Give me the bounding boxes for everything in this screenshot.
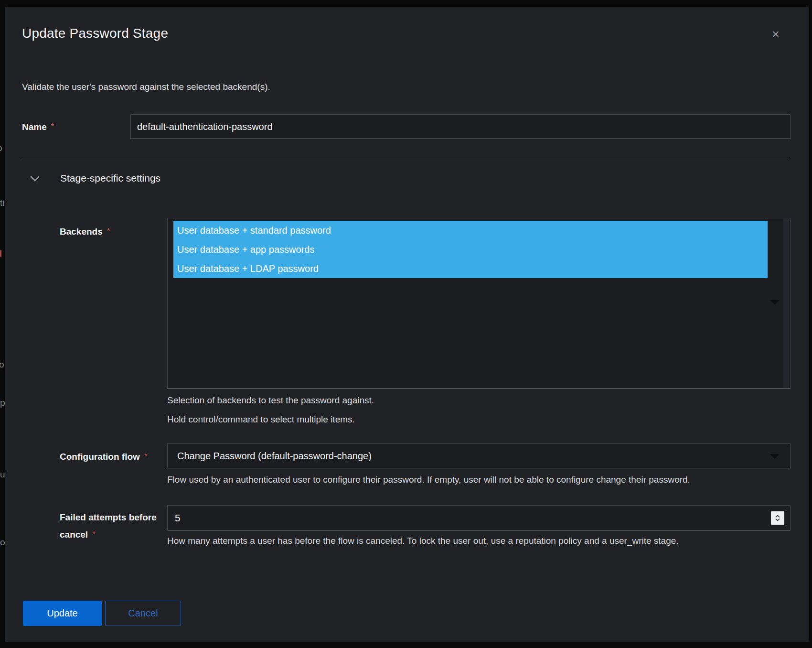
configuration-flow-label: Configuration flow* <box>60 449 147 464</box>
background-accent-fragment <box>0 250 1 257</box>
section-header-label: Stage-specific settings <box>60 173 160 184</box>
backends-option-selected[interactable]: User database + LDAP password <box>173 259 768 278</box>
failed-attempts-label-text: Failed attempts before cancel <box>60 512 157 540</box>
failed-attempts-help: How many attempts a user has before the … <box>167 534 679 548</box>
close-icon[interactable]: ✕ <box>768 27 783 42</box>
failed-attempts-label: Failed attempts before cancel* <box>60 509 164 543</box>
required-asterisk: * <box>92 529 96 539</box>
configuration-flow-help: Flow used by an authenticated user to co… <box>167 473 690 486</box>
name-label: Name* <box>22 119 54 134</box>
required-asterisk: * <box>51 122 54 131</box>
configuration-flow-select[interactable]: Change Password (default-password-change… <box>167 443 791 468</box>
background-text-fragment: up <box>0 469 5 480</box>
background-text-fragment: ti <box>0 198 5 208</box>
required-asterisk: * <box>144 452 148 461</box>
backends-label-text: Backends <box>60 227 103 237</box>
backends-options: User database + standard password User d… <box>173 221 768 278</box>
divider <box>22 157 791 157</box>
chevron-down-icon <box>30 172 40 182</box>
backends-multiselect[interactable]: User database + standard password User d… <box>167 218 791 389</box>
configuration-flow-label-text: Configuration flow <box>60 452 140 462</box>
name-label-text: Name <box>22 122 47 132</box>
backends-help-line-2: Hold control/command to select multiple … <box>167 413 355 426</box>
stepper-down-icon[interactable] <box>775 518 780 521</box>
background-text-fragment: ot <box>0 359 4 370</box>
background-text-fragment: p <box>0 398 5 408</box>
select-caret-icon <box>770 454 780 459</box>
backends-option-selected[interactable]: User database + standard password <box>173 221 768 240</box>
failed-attempts-value: 5 <box>175 506 181 530</box>
stage-specific-settings-toggle[interactable]: Stage-specific settings <box>32 171 160 185</box>
modal-description: Validate the user's password against the… <box>22 82 270 92</box>
stepper-up-icon[interactable] <box>775 515 780 518</box>
modal-title: Update Password Stage <box>22 26 168 41</box>
configuration-flow-value: Change Password (default-password-change… <box>177 444 372 468</box>
backends-label: Backends* <box>60 224 110 239</box>
name-input-value: default-authentication-password <box>137 115 273 139</box>
name-input[interactable]: default-authentication-password <box>130 114 791 139</box>
update-button[interactable]: Update <box>23 601 102 626</box>
listbox-scrollbar[interactable] <box>783 219 789 388</box>
select-caret-icon <box>770 300 780 305</box>
backends-help-line-1: Selection of backends to test the passwo… <box>167 394 374 407</box>
backends-option-selected[interactable]: User database + app passwords <box>173 240 768 259</box>
cancel-button[interactable]: Cancel <box>105 601 181 626</box>
number-stepper[interactable] <box>771 511 784 525</box>
failed-attempts-input[interactable]: 5 <box>167 505 791 530</box>
background-text-fragment: o <box>0 143 2 153</box>
page: o ti ot p up o ✕ Update Password Stage V… <box>0 0 812 648</box>
update-password-stage-modal: ✕ Update Password Stage Validate the use… <box>5 7 809 642</box>
required-asterisk: * <box>107 227 110 236</box>
background-text-fragment: o <box>0 537 5 548</box>
